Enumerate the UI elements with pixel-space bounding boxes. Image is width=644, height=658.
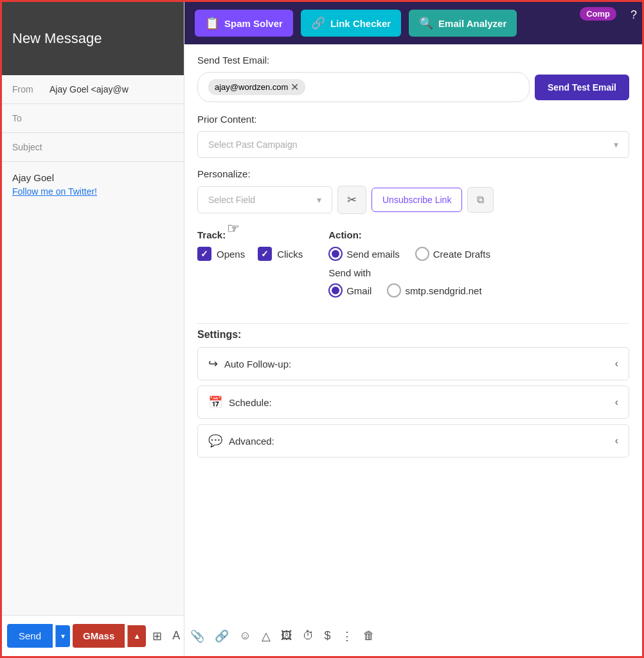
advanced-icon: 💬 <box>208 434 222 448</box>
settings-title: Settings: <box>197 329 629 341</box>
personalize-row: Select Field ▾ ✂ Unsubscribe Link ⧉ <box>197 186 629 214</box>
auto-followup-left: ↪ Auto Follow-up: <box>208 357 291 371</box>
prior-content-chevron-icon: ▾ <box>614 139 618 150</box>
opens-checkmark-icon: ✓ <box>201 249 208 259</box>
gmass-header: 📋 Spam Solver 🔗 Link Checker 🔍 Email Ana… <box>184 2 642 44</box>
subject-field[interactable]: Subject <box>2 133 184 162</box>
to-field[interactable]: To <box>2 104 184 133</box>
opens-checkbox[interactable]: ✓ <box>197 247 211 261</box>
sender-name: Ajay Goel <box>12 172 174 183</box>
toolbar-drive-icon[interactable]: △ <box>258 625 274 647</box>
toolbar-emoji-icon[interactable]: ☺ <box>235 625 255 646</box>
spam-icon: 📋 <box>205 16 219 30</box>
send-arrow-button[interactable]: ▾ <box>55 625 70 647</box>
toolbar-delete-icon[interactable]: 🗑 <box>359 625 379 646</box>
twitter-link[interactable]: Follow me on Twitter! <box>12 186 97 197</box>
toolbar-attach-icon[interactable]: 📎 <box>186 625 208 647</box>
personalize-section: Personalize: Select Field ▾ ✂ Unsubscrib… <box>197 168 629 214</box>
gmass-arrow-button[interactable]: ▲ <box>127 625 146 647</box>
create-drafts-label: Create Drafts <box>433 249 490 260</box>
prior-content-dropdown[interactable]: Select Past Campaign ▾ <box>197 131 629 158</box>
advanced-row[interactable]: 💬 Advanced: ‹ <box>197 424 629 458</box>
spam-solver-label: Spam Solver <box>224 18 283 29</box>
create-drafts-radio[interactable]: Create Drafts <box>415 247 490 261</box>
send-emails-radio[interactable]: Send emails <box>328 247 400 261</box>
auto-followup-row[interactable]: ↪ Auto Follow-up: ‹ <box>197 347 629 380</box>
action-section: Action: Send emails Create Drafts <box>328 229 490 308</box>
select-field-chevron-icon: ▾ <box>317 195 321 205</box>
auto-followup-icon: ↪ <box>208 357 218 371</box>
schedule-left: 📅 Schedule: <box>208 395 272 409</box>
divider <box>197 323 629 324</box>
help-icon[interactable]: ? <box>631 8 637 22</box>
sendgrid-label: smtp.sendgrid.net <box>405 285 481 296</box>
from-field: From Ajay Goel <ajay@w <box>2 75 184 104</box>
send-emails-label: Send emails <box>346 249 400 260</box>
email-analyzer-tab[interactable]: 🔍 Email Analyzer <box>409 10 517 37</box>
schedule-label: Schedule: <box>229 397 272 408</box>
advanced-chevron-icon: ‹ <box>615 435 618 447</box>
compose-header: New Message <box>2 2 184 75</box>
compose-title: New Message <box>12 30 102 47</box>
link-icon: 🔗 <box>311 16 325 30</box>
track-section: Track: ✓ Opens ✓ Clicks <box>197 229 303 308</box>
gmail-label: Gmail <box>346 285 371 296</box>
schedule-row[interactable]: 📅 Schedule: ‹ <box>197 386 629 419</box>
compose-toolbar: Send ▾ GMass ▲ ⊞ A 📎 🔗 ☺ △ 🖼 ⏱ $ ⋮ 🗑 <box>2 615 184 656</box>
email-chip-value: ajay@wordzen.com <box>215 82 288 92</box>
opens-label: Opens <box>217 249 245 260</box>
link-checker-label: Link Checker <box>330 18 391 29</box>
send-with-section: Send with Gmail smtp.sendgrid.net <box>328 267 490 298</box>
schedule-chevron-icon: ‹ <box>615 396 618 408</box>
sendgrid-radio-outer <box>387 283 401 298</box>
opens-row: ✓ Opens ✓ Clicks <box>197 247 303 261</box>
link-checker-tab[interactable]: 🔗 Link Checker <box>301 10 401 37</box>
action-title: Action: <box>328 229 490 240</box>
toolbar-clock-icon[interactable]: ⏱ <box>299 625 318 646</box>
auto-followup-chevron-icon: ‹ <box>615 358 618 369</box>
send-emails-radio-outer <box>328 247 343 261</box>
toolbar-link-icon[interactable]: 🔗 <box>211 625 233 647</box>
send-button[interactable]: Send <box>7 624 53 648</box>
send-test-button[interactable]: Send Test Email <box>535 75 629 100</box>
advanced-label: Advanced: <box>229 436 274 447</box>
panel-content: Send Test Email: ajay@wordzen.com ✕ Send… <box>184 44 642 656</box>
prior-content-placeholder: Select Past Campaign <box>208 139 298 150</box>
schedule-icon: 📅 <box>208 395 222 409</box>
personalize-label: Personalize: <box>197 168 629 179</box>
email-chip: ajay@wordzen.com ✕ <box>208 79 305 95</box>
prior-content-section: Prior Content: Select Past Campaign ▾ <box>197 114 629 158</box>
gmass-panel: 📋 Spam Solver 🔗 Link Checker 🔍 Email Ana… <box>184 2 642 656</box>
create-drafts-radio-outer <box>415 247 429 261</box>
clicks-checkbox[interactable]: ✓ <box>258 247 272 261</box>
toolbar-image-icon[interactable]: 🖼 <box>277 625 296 646</box>
test-email-input[interactable]: ajay@wordzen.com ✕ <box>197 72 530 102</box>
chip-close-icon[interactable]: ✕ <box>291 81 299 93</box>
from-value: Ajay Goel <ajay@w <box>49 84 129 94</box>
email-icon: 🔍 <box>419 16 433 30</box>
sendgrid-radio[interactable]: smtp.sendgrid.net <box>387 283 481 298</box>
toolbar-grid-icon[interactable]: ⊞ <box>148 625 166 647</box>
select-field-dropdown[interactable]: Select Field ▾ <box>197 186 332 213</box>
clicks-label: Clicks <box>277 249 303 260</box>
toolbar-dollar-icon[interactable]: $ <box>321 625 335 646</box>
spam-solver-tab[interactable]: 📋 Spam Solver <box>195 10 293 37</box>
gmail-radio-outer <box>328 283 343 298</box>
track-action-row: Track: ✓ Opens ✓ Clicks Action: <box>197 224 629 313</box>
send-test-label: Send Test Email: <box>197 55 629 66</box>
prior-content-label: Prior Content: <box>197 114 629 125</box>
toolbar-more-icon[interactable]: ⋮ <box>337 625 357 647</box>
compose-panel: New Message From Ajay Goel <ajay@w To Su… <box>2 2 184 656</box>
send-test-section: Send Test Email: ajay@wordzen.com ✕ Send… <box>197 55 629 102</box>
settings-section: Settings: ↪ Auto Follow-up: ‹ 📅 Schedule… <box>197 329 629 458</box>
action-radio-row: Send emails Create Drafts <box>328 247 490 261</box>
toolbar-font-icon[interactable]: A <box>168 625 184 646</box>
unsubscribe-link-button[interactable]: Unsubscribe Link <box>371 188 462 212</box>
copy-button[interactable]: ⧉ <box>467 187 494 213</box>
gmail-radio[interactable]: Gmail <box>328 283 371 298</box>
email-analyzer-label: Email Analyzer <box>438 18 506 29</box>
to-label: To <box>12 113 44 123</box>
scissors-button[interactable]: ✂ <box>337 186 366 214</box>
send-with-radio-row: Gmail smtp.sendgrid.net <box>328 283 490 298</box>
gmass-button[interactable]: GMass <box>73 624 125 648</box>
